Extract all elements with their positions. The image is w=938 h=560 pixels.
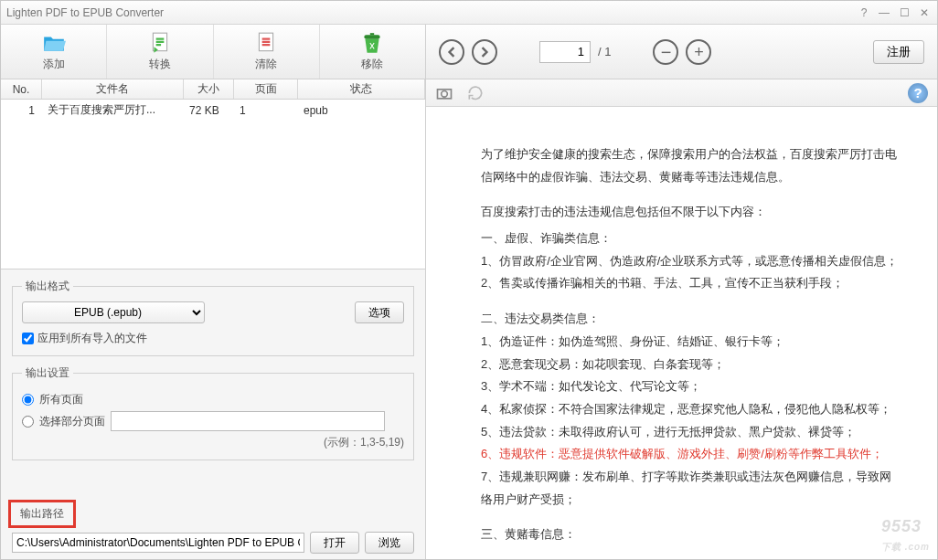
zoom-out-button[interactable]: − (653, 39, 678, 65)
doc-line: 二、违法交易类信息： (481, 308, 901, 331)
all-pages-label: 所有页面 (39, 392, 83, 407)
col-status[interactable]: 状态 (298, 79, 425, 99)
col-no[interactable]: No. (1, 79, 42, 99)
cell-size: 72 KB (184, 104, 234, 117)
doc-line: 一、虚假、诈骗类信息： (481, 227, 901, 250)
all-pages-input[interactable] (22, 394, 34, 406)
output-path-label: 输出路径 (8, 500, 76, 528)
remove-button[interactable]: 移除 (320, 25, 425, 79)
cell-no: 1 (1, 104, 42, 117)
table-header: No. 文件名 大小 页面 状态 (1, 79, 425, 100)
apply-all-checkbox[interactable]: 应用到所有导入的文件 (22, 331, 404, 346)
folder-open-icon (40, 31, 68, 55)
doc-line: 1、伪造证件：如伪造驾照、身份证、结婚证、银行卡等； (481, 331, 901, 354)
add-label: 添加 (43, 57, 65, 72)
doc-line: 三、黄赌毒信息： (481, 523, 901, 546)
table-row[interactable]: 1 关于百度搜索严厉打... 72 KB 1 epub (1, 100, 425, 121)
trash-icon (358, 31, 386, 55)
doc-line: 5、违法贷款：未取得政府认可，进行无抵押贷款、黑户贷款、裸贷等； (481, 421, 901, 444)
convert-button[interactable]: 转换 (107, 25, 213, 79)
convert-label: 转换 (149, 57, 171, 72)
cell-name: 关于百度搜索严厉打... (42, 102, 184, 118)
zoom-in-button[interactable]: + (686, 39, 711, 65)
chevron-right-icon (479, 47, 490, 58)
output-settings-group: 输出设置 所有页面 选择部分页面 (示例：1,3-5,19) (12, 365, 414, 460)
remove-label: 移除 (361, 57, 383, 72)
range-example: (示例：1,3-5,19) (22, 435, 404, 450)
format-legend: 输出格式 (22, 279, 73, 294)
format-select[interactable]: EPUB (.epub) (22, 301, 205, 323)
page-range-input[interactable] (111, 411, 385, 431)
col-filename[interactable]: 文件名 (42, 79, 184, 99)
doc-line: 2、恶意套现交易：如花呗套现、白条套现等； (481, 354, 901, 376)
page-total: / 1 (598, 45, 611, 58)
output-path-input[interactable] (12, 533, 304, 553)
options-button[interactable]: 选项 (355, 301, 404, 323)
app-title: Lighten PDF to EPUB Converter (6, 6, 164, 19)
watermark: 9553下载 .com (881, 511, 930, 555)
cell-page: 1 (234, 104, 298, 117)
col-size[interactable]: 大小 (184, 79, 234, 99)
close-icon[interactable]: ✕ (917, 5, 932, 20)
doc-line: 7、违规兼职网赚：发布刷单、打字等欺诈类兼职或违法灰色网赚信息，导致网络用户财产… (481, 466, 901, 511)
next-page-button[interactable] (472, 39, 497, 65)
open-button[interactable]: 打开 (310, 532, 359, 554)
apply-all-input[interactable] (22, 333, 34, 344)
cell-status: epub (298, 104, 425, 117)
help-button[interactable]: ? (908, 83, 928, 103)
all-pages-radio[interactable]: 所有页面 (22, 392, 404, 407)
range-pages-input[interactable] (22, 416, 34, 428)
col-page[interactable]: 页面 (234, 79, 298, 99)
clear-label: 清除 (255, 57, 277, 72)
document-preview[interactable]: 为了维护安全健康的搜索生态，保障搜索用户的合法权益，百度搜索严厉打击电信网络中的… (426, 107, 937, 560)
minimize-icon[interactable]: — (877, 5, 891, 20)
browse-button[interactable]: 浏览 (365, 532, 414, 554)
file-list[interactable]: 1 关于百度搜索严厉打... 72 KB 1 epub (1, 100, 425, 269)
chevron-left-icon (446, 47, 457, 58)
page-number-input[interactable] (539, 41, 591, 63)
doc-line: 为了维护安全健康的搜索生态，保障搜索用户的合法权益，百度搜索严厉打击电信网络中的… (481, 143, 901, 188)
help-icon[interactable]: ? (857, 5, 871, 20)
apply-all-label: 应用到所有导入的文件 (37, 331, 147, 346)
camera-icon[interactable] (435, 84, 453, 102)
doc-line: 3、学术不端：如代发论文、代写论文等； (481, 375, 901, 398)
output-format-group: 输出格式 EPUB (.epub) 选项 应用到所有导入的文件 (12, 279, 414, 356)
range-pages-label: 选择部分页面 (39, 414, 105, 429)
doc-line: 2、售卖或传播诈骗相关的书籍、手法、工具，宣传不正当获利手段； (481, 272, 901, 295)
rotate-icon[interactable] (466, 84, 485, 102)
document-clear-icon (252, 31, 280, 55)
prev-page-button[interactable] (439, 39, 464, 65)
doc-line: 百度搜索打击的违法违规信息包括但不限于以下内容： (481, 201, 901, 224)
range-pages-radio[interactable]: 选择部分页面 (22, 411, 404, 431)
output-legend: 输出设置 (22, 365, 73, 381)
document-convert-icon (146, 31, 174, 55)
svg-point-4 (442, 90, 448, 97)
register-button[interactable]: 注册 (873, 40, 924, 64)
svg-rect-2 (365, 35, 380, 38)
doc-line: 4、私家侦探：不符合国家法律规定，恶意探究他人隐私，侵犯他人隐私权等； (481, 398, 901, 421)
doc-line: 1、仿冒政府/企业官网、伪造政府/企业联系方式等，或恶意传播相关虚假信息； (481, 250, 901, 273)
maximize-icon[interactable]: ☐ (897, 5, 911, 20)
clear-button[interactable]: 清除 (214, 25, 320, 79)
add-button[interactable]: 添加 (1, 25, 107, 79)
doc-line-highlight: 6、违规软件：恶意提供软件破解版、游戏外挂、刷赞/刷粉等作弊工具软件； (481, 443, 901, 466)
